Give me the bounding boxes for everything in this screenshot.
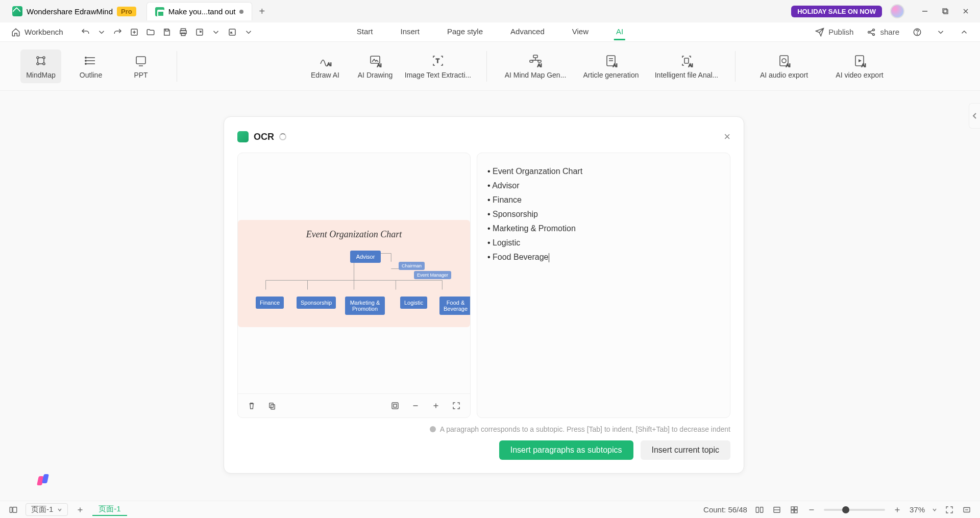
close-button[interactable]	[955, 4, 976, 19]
svg-rect-45	[538, 60, 541, 62]
zoom-in-status[interactable]	[892, 505, 902, 515]
collapse-ribbon-button[interactable]	[959, 27, 970, 38]
maximize-button[interactable]	[935, 4, 955, 19]
export-dropdown[interactable]	[210, 27, 222, 38]
main-toolbar: Workbench Start Insert Page style Advanc…	[0, 22, 980, 42]
document-title: Make you...tand out	[168, 7, 236, 16]
svg-text:T: T	[436, 58, 439, 64]
zoom-in-button[interactable]	[429, 399, 443, 412]
svg-rect-79	[756, 507, 758, 512]
org-node-sponsorship: Sponsorship	[297, 297, 336, 309]
zoom-out-status[interactable]	[806, 505, 817, 515]
ocr-close-button[interactable]: ×	[724, 130, 730, 143]
ocr-result-line[interactable]: Advisor	[487, 179, 720, 193]
menu-tabs: Start Insert Page style Advanced View AI	[355, 24, 625, 40]
ribbon-mindmap[interactable]: MindMap	[20, 50, 61, 83]
menu-insert[interactable]: Insert	[398, 24, 422, 40]
undo-dropdown[interactable]	[96, 27, 107, 38]
ocr-result-pane[interactable]: Event Organzation Chart Advisor Finance …	[477, 153, 730, 418]
share-button[interactable]: share	[866, 27, 899, 38]
ribbon-article-gen[interactable]: AI Article generation	[578, 50, 644, 83]
svg-marker-57	[859, 59, 862, 62]
zoom-dropdown[interactable]	[932, 507, 937, 512]
insert-current-topic-button[interactable]: Insert current topic	[641, 440, 731, 460]
ribbon-ai-video[interactable]: AI AI video export	[826, 50, 893, 83]
more-dropdown[interactable]	[243, 27, 254, 38]
undo-button[interactable]	[80, 27, 91, 38]
page-tab[interactable]: 页面-1	[92, 503, 127, 516]
menu-page-style[interactable]: Page style	[445, 24, 485, 40]
ribbon-image-text[interactable]: T Image Text Extracti...	[405, 50, 471, 83]
canvas[interactable]: OCR × Event Organization Chart	[0, 91, 980, 501]
svg-rect-51	[684, 58, 689, 63]
avatar[interactable]	[890, 4, 904, 18]
view-mode-1[interactable]	[754, 505, 765, 515]
svg-text:AI: AI	[613, 63, 618, 68]
fit-image-button[interactable]	[388, 399, 402, 412]
ocr-result-line[interactable]: Logistic	[487, 236, 720, 250]
view-mode-3[interactable]	[789, 505, 799, 515]
ocr-result-line[interactable]: Event Organzation Chart	[487, 164, 720, 179]
app-name: Wondershare EdrawMind	[27, 7, 113, 16]
menu-start[interactable]: Start	[355, 24, 375, 40]
help-dropdown[interactable]	[935, 27, 946, 38]
svg-point-20	[917, 34, 917, 34]
add-page-button[interactable]	[75, 505, 85, 515]
ribbon-ai-drawing[interactable]: AI AI Drawing	[355, 50, 396, 83]
ribbon-edraw-ai-label: Edraw AI	[311, 71, 339, 79]
svg-rect-86	[795, 510, 797, 512]
workbench-button[interactable]: Workbench	[10, 27, 63, 38]
modified-indicator	[239, 10, 243, 14]
tab-app[interactable]: Wondershare EdrawMind Pro	[4, 2, 144, 20]
new-file-button[interactable]	[129, 27, 140, 38]
tab-document[interactable]: Make you...tand out	[146, 2, 253, 20]
ocr-result-line[interactable]: Food Beverage	[487, 250, 720, 264]
ribbon-intelligent-file[interactable]: AI Intelligent file Anal...	[653, 50, 720, 83]
fullscreen-image-button[interactable]	[450, 399, 463, 412]
ribbon-ai-drawing-label: AI Drawing	[358, 71, 393, 79]
ribbon-outline[interactable]: Outline	[70, 50, 111, 83]
page-selector[interactable]: 页面-1	[26, 503, 68, 516]
publish-button[interactable]: Publish	[814, 27, 853, 38]
publish-label: Publish	[828, 28, 853, 36]
save-button[interactable]	[161, 27, 173, 38]
svg-rect-76	[13, 507, 17, 512]
print-button[interactable]	[178, 27, 189, 38]
help-button[interactable]	[912, 27, 923, 38]
ocr-result-line[interactable]: Marketing & Promotion	[487, 221, 720, 236]
ribbon-edraw-ai[interactable]: AI Edraw AI	[305, 50, 346, 83]
ribbon-ppt[interactable]: PPT	[120, 50, 161, 83]
menu-view[interactable]: View	[570, 24, 591, 40]
pages-panel-button[interactable]	[8, 505, 18, 515]
holiday-banner[interactable]: HOLIDAY SALE ON NOW	[791, 6, 882, 17]
ribbon-intelligent-file-label: Intelligent file Anal...	[655, 71, 719, 79]
zoom-value[interactable]: 37%	[910, 505, 925, 514]
ribbon-ai-audio[interactable]: AI AI audio export	[751, 50, 817, 83]
expand-right-panel[interactable]	[969, 103, 980, 129]
delete-image-button[interactable]	[245, 399, 258, 412]
copy-image-button[interactable]	[265, 399, 279, 412]
menu-advanced[interactable]: Advanced	[508, 24, 547, 40]
ocr-result-line[interactable]: Sponsorship	[487, 207, 720, 221]
ribbon-ai-video-label: AI video export	[836, 71, 883, 79]
insert-paragraphs-button[interactable]: Insert paragraphs as subtopics	[499, 440, 633, 460]
ribbon-ai-mindmap[interactable]: AI AI Mind Map Gen...	[502, 50, 569, 83]
export-button[interactable]	[194, 27, 205, 38]
app-icon	[12, 6, 22, 16]
document-icon	[155, 7, 164, 16]
open-button[interactable]	[145, 27, 156, 38]
new-tab-button[interactable]: +	[254, 4, 270, 19]
redo-button[interactable]	[112, 27, 124, 38]
menu-ai[interactable]: AI	[614, 24, 625, 40]
svg-rect-8	[165, 29, 168, 31]
zoom-out-button[interactable]	[409, 399, 422, 412]
view-mode-2[interactable]	[772, 505, 782, 515]
ocr-logo-icon	[237, 131, 249, 142]
fullscreen-button[interactable]	[944, 505, 954, 515]
ocr-result-line[interactable]: Finance	[487, 193, 720, 207]
import-button[interactable]	[227, 27, 238, 38]
minimize-button[interactable]	[915, 4, 935, 19]
zoom-slider[interactable]	[824, 509, 885, 511]
svg-text:AI: AI	[327, 62, 332, 67]
fit-view-button[interactable]	[962, 505, 972, 515]
